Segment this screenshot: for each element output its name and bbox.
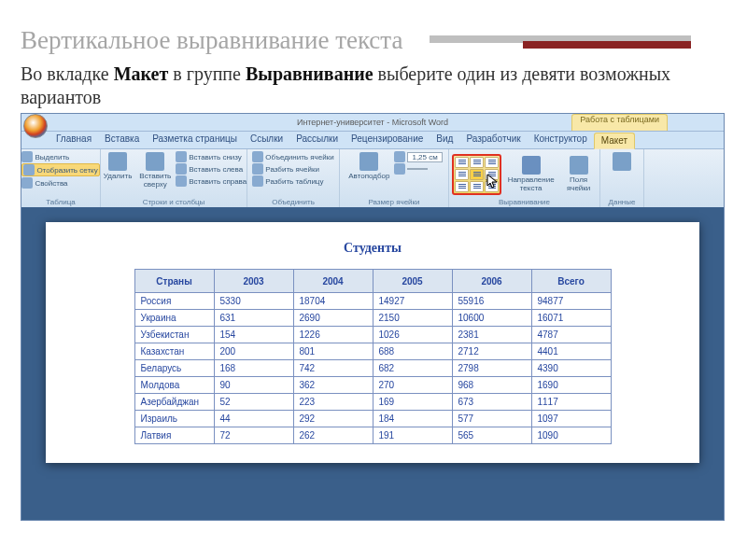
table-cell[interactable]: Узбекистан bbox=[134, 327, 214, 343]
table-cell[interactable]: 682 bbox=[373, 360, 452, 377]
table-cell[interactable]: 2798 bbox=[452, 360, 531, 377]
autofit-button[interactable]: Автоподбор bbox=[345, 151, 392, 182]
table-cell[interactable]: 1097 bbox=[531, 411, 611, 427]
table-cell[interactable]: Молдова bbox=[134, 377, 214, 394]
table-cell[interactable]: 184 bbox=[373, 411, 452, 427]
table-cell[interactable]: Азербайджан bbox=[134, 394, 214, 411]
table-cell[interactable]: 688 bbox=[373, 343, 452, 360]
tab-вставка[interactable]: Вставка bbox=[98, 132, 146, 148]
table-row[interactable]: Узбекистан1541226102623814787 bbox=[134, 327, 611, 343]
insert-below-button[interactable]: Вставить снизу bbox=[176, 151, 247, 162]
table-cell[interactable]: 1026 bbox=[373, 327, 452, 343]
row-height-input[interactable]: 1,25 см bbox=[394, 151, 442, 162]
table-row[interactable]: Израиль442921845771097 bbox=[134, 411, 611, 427]
table-row[interactable]: Латвия722621915651090 bbox=[134, 427, 611, 444]
table-cell[interactable]: 169 bbox=[373, 394, 452, 411]
tab-главная[interactable]: Главная bbox=[49, 132, 98, 148]
students-table[interactable]: Страны2003200420052006Всего Россия533018… bbox=[134, 269, 612, 444]
align-bot-right[interactable] bbox=[485, 181, 499, 192]
table-cell[interactable]: 362 bbox=[293, 377, 373, 394]
data-button[interactable] bbox=[610, 151, 634, 174]
merge-cells-button[interactable]: Объединить ячейки bbox=[252, 151, 333, 162]
table-cell[interactable]: 565 bbox=[452, 427, 531, 444]
table-cell[interactable]: 10600 bbox=[452, 310, 531, 327]
col-header[interactable]: 2003 bbox=[214, 270, 293, 293]
table-cell[interactable]: Израиль bbox=[134, 411, 214, 427]
tab-разработчик[interactable]: Разработчик bbox=[459, 132, 527, 148]
align-mid-right[interactable] bbox=[485, 169, 499, 180]
col-header[interactable]: 2004 bbox=[293, 270, 373, 293]
align-bot-left[interactable] bbox=[455, 181, 469, 192]
table-cell[interactable]: 742 bbox=[293, 360, 373, 377]
align-mid-center[interactable] bbox=[470, 169, 484, 180]
col-header[interactable]: 2005 bbox=[373, 270, 452, 293]
table-cell[interactable]: 968 bbox=[452, 377, 531, 394]
table-cell[interactable]: 262 bbox=[293, 427, 373, 444]
text-direction-button[interactable]: Направление текста bbox=[503, 155, 558, 194]
align-top-left[interactable] bbox=[455, 157, 469, 168]
table-cell[interactable]: 2150 bbox=[373, 310, 452, 327]
table-row[interactable]: Украина631269021501060016071 bbox=[134, 310, 611, 327]
table-cell[interactable]: 94877 bbox=[531, 293, 611, 310]
select-button[interactable]: Выделить bbox=[21, 151, 99, 162]
table-cell[interactable]: Латвия bbox=[134, 427, 214, 444]
split-cells-button[interactable]: Разбить ячейки bbox=[252, 163, 333, 175]
tab-рассылки[interactable]: Рассылки bbox=[289, 132, 345, 148]
table-row[interactable]: Казахстан20080168827124401 bbox=[134, 343, 611, 360]
show-grid-button[interactable]: Отобразить сетку bbox=[21, 163, 99, 176]
table-row[interactable]: Беларусь16874268227984390 bbox=[134, 360, 611, 377]
table-cell[interactable]: 90 bbox=[214, 377, 293, 394]
table-cell[interactable]: 2381 bbox=[452, 327, 531, 343]
align-mid-left[interactable] bbox=[455, 169, 469, 180]
insert-above-button[interactable]: Вставить сверху bbox=[136, 151, 174, 190]
table-row[interactable]: Россия533018704149275591694877 bbox=[134, 293, 611, 310]
delete-button[interactable]: Удалить bbox=[101, 151, 135, 182]
insert-right-button[interactable]: Вставить справа bbox=[176, 175, 247, 187]
table-cell[interactable]: 72 bbox=[214, 427, 293, 444]
table-cell[interactable]: 2712 bbox=[452, 343, 531, 360]
table-cell[interactable]: 200 bbox=[214, 343, 293, 360]
table-cell[interactable]: 223 bbox=[293, 394, 373, 411]
insert-left-button[interactable]: Вставить слева bbox=[176, 163, 247, 175]
table-cell[interactable]: 168 bbox=[214, 360, 293, 377]
align-top-right[interactable] bbox=[485, 157, 499, 168]
table-cell[interactable]: 1690 bbox=[531, 377, 611, 394]
table-cell[interactable]: 1090 bbox=[531, 427, 611, 444]
table-cell[interactable]: 631 bbox=[214, 310, 293, 327]
table-cell[interactable]: 44 bbox=[214, 411, 293, 427]
table-cell[interactable]: 673 bbox=[452, 394, 531, 411]
tab-разметка страницы[interactable]: Разметка страницы bbox=[146, 132, 244, 148]
table-cell[interactable]: 52 bbox=[214, 394, 293, 411]
table-row[interactable]: Азербайджан522231696731117 bbox=[134, 394, 611, 411]
table-cell[interactable]: 292 bbox=[293, 411, 373, 427]
table-cell[interactable]: 154 bbox=[214, 327, 293, 343]
table-cell[interactable]: 18704 bbox=[293, 293, 373, 310]
table-cell[interactable]: 2690 bbox=[293, 310, 373, 327]
align-bot-center[interactable] bbox=[470, 181, 484, 192]
table-cell[interactable]: 16071 bbox=[531, 310, 611, 327]
table-cell[interactable]: 4787 bbox=[531, 327, 611, 343]
table-cell[interactable]: 191 bbox=[373, 427, 452, 444]
col-header[interactable]: 2006 bbox=[452, 270, 531, 293]
document-area[interactable]: Студенты Страны2003200420052006Всего Рос… bbox=[21, 207, 724, 520]
split-table-button[interactable]: Разбить таблицу bbox=[252, 175, 333, 187]
table-cell[interactable]: 55916 bbox=[452, 293, 531, 310]
table-cell[interactable]: Украина bbox=[134, 310, 214, 327]
cell-margins-button[interactable]: Поля ячейки bbox=[560, 155, 597, 194]
table-cell[interactable]: 4390 bbox=[531, 360, 611, 377]
col-width-input[interactable] bbox=[394, 163, 442, 175]
table-cell[interactable]: 801 bbox=[293, 343, 373, 360]
table-cell[interactable]: 14927 bbox=[373, 293, 452, 310]
alignment-grid[interactable] bbox=[455, 157, 499, 192]
table-cell[interactable]: 270 bbox=[373, 377, 452, 394]
col-header[interactable]: Страны bbox=[134, 270, 214, 293]
align-top-center[interactable] bbox=[470, 157, 484, 168]
table-cell[interactable]: 577 bbox=[452, 411, 531, 427]
properties-button[interactable]: Свойства bbox=[21, 177, 99, 189]
tab-макет[interactable]: Макет bbox=[594, 133, 635, 149]
table-cell[interactable]: Россия bbox=[134, 293, 214, 310]
table-cell[interactable]: Казахстан bbox=[134, 343, 214, 360]
table-row[interactable]: Молдова903622709681690 bbox=[134, 377, 611, 394]
col-header[interactable]: Всего bbox=[531, 270, 611, 293]
tab-рецензирование[interactable]: Рецензирование bbox=[345, 132, 430, 148]
